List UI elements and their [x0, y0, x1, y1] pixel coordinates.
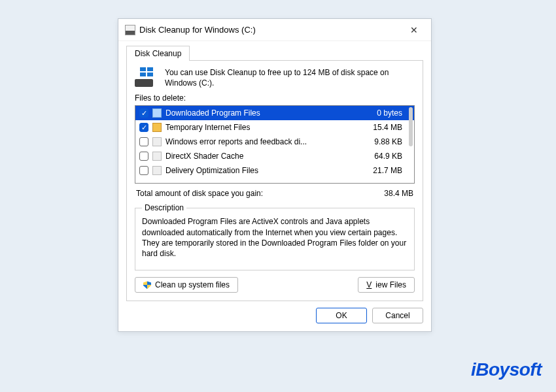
total-value: 38.4 MB [384, 189, 413, 198]
cancel-button[interactable]: Cancel [372, 308, 423, 323]
file-checkbox[interactable]: ✓ [139, 123, 148, 132]
close-icon: ✕ [410, 25, 418, 35]
file-checkbox[interactable]: ✓ [139, 108, 148, 118]
total-row: Total amount of disk space you gain: 38.… [135, 184, 415, 203]
file-size: 15.4 MB [356, 123, 402, 132]
file-row[interactable]: ✓Temporary Internet Files15.4 MB [135, 120, 414, 135]
shield-icon [143, 281, 151, 289]
intro-message: You can use Disk Cleanup to free up to 1… [165, 67, 415, 88]
file-name: Temporary Internet Files [165, 123, 353, 132]
view-files-label: iew Files [375, 280, 406, 289]
tabstrip: Disk Cleanup [118, 41, 431, 60]
cleanup-icon [135, 67, 158, 87]
file-name: Delivery Optimization Files [165, 166, 353, 175]
file-size: 64.9 KB [356, 152, 402, 161]
file-size: 0 bytes [356, 108, 402, 118]
file-checkbox[interactable] [139, 137, 148, 146]
clean-system-files-label: Clean up system files [155, 280, 230, 289]
file-icon [152, 152, 162, 161]
intro-section: You can use Disk Cleanup to free up to 1… [135, 67, 415, 88]
drive-icon [125, 25, 135, 35]
folder-icon [152, 108, 162, 118]
file-icon [152, 137, 162, 146]
file-name: Windows error reports and feedback di... [165, 137, 353, 146]
tab-content: You can use Disk Cleanup to free up to 1… [126, 60, 423, 301]
file-name: Downloaded Program Files [165, 108, 353, 118]
file-row[interactable]: Delivery Optimization Files21.7 MB [135, 163, 414, 178]
tab-disk-cleanup[interactable]: Disk Cleanup [126, 46, 190, 61]
scrollbar[interactable] [409, 107, 413, 146]
description-legend: Description [142, 203, 186, 212]
dialog-footer: OK Cancel [118, 308, 431, 331]
watermark-logo: iBoysoft [471, 359, 542, 380]
files-list[interactable]: ✓Downloaded Program Files0 bytes✓Tempora… [135, 105, 415, 184]
file-name: DirectX Shader Cache [165, 152, 353, 161]
lock-icon [152, 123, 162, 132]
file-checkbox[interactable] [139, 166, 148, 175]
disk-cleanup-dialog: Disk Cleanup for Windows (C:) ✕ Disk Cle… [118, 18, 432, 332]
file-row[interactable]: ✓Downloaded Program Files0 bytes [135, 106, 414, 120]
files-to-delete-label: Files to delete: [135, 93, 415, 103]
total-label: Total amount of disk space you gain: [136, 189, 263, 198]
file-icon [152, 166, 162, 175]
file-row[interactable]: DirectX Shader Cache64.9 KB [135, 149, 414, 163]
window-title: Disk Cleanup for Windows (C:) [139, 25, 401, 35]
view-files-underline: V [366, 280, 372, 289]
file-size: 21.7 MB [356, 166, 402, 175]
action-row: Clean up system files View Files [135, 277, 415, 293]
titlebar: Disk Cleanup for Windows (C:) ✕ [118, 19, 431, 41]
file-checkbox[interactable] [139, 152, 148, 161]
ok-button[interactable]: OK [316, 308, 367, 323]
description-group: Description Downloaded Program Files are… [135, 203, 415, 270]
clean-system-files-button[interactable]: Clean up system files [135, 277, 238, 293]
file-row[interactable]: Windows error reports and feedback di...… [135, 135, 414, 149]
view-files-button[interactable]: View Files [358, 277, 415, 293]
file-size: 9.88 KB [356, 137, 402, 146]
close-button[interactable]: ✕ [401, 21, 427, 39]
description-text: Downloaded Program Files are ActiveX con… [142, 216, 408, 263]
